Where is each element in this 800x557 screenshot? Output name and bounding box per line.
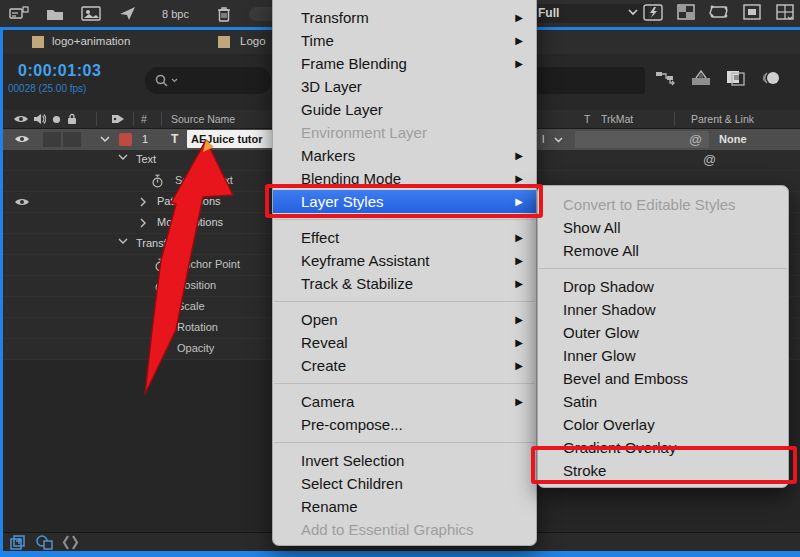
menu-item-transform[interactable]: Transform bbox=[273, 6, 536, 29]
eye-icon[interactable] bbox=[14, 197, 30, 207]
annotation-box-stroke bbox=[531, 446, 797, 484]
menu-separator bbox=[274, 383, 535, 384]
stopwatch-icon[interactable] bbox=[154, 279, 167, 293]
menu-item-3d-layer[interactable]: 3D Layer bbox=[273, 75, 536, 98]
menu-item-reveal[interactable]: Reveal bbox=[273, 331, 536, 354]
frame-blending-icon[interactable] bbox=[725, 68, 747, 88]
menu-item-camera[interactable]: Camera bbox=[273, 390, 536, 413]
comp-color-swatch bbox=[218, 36, 230, 48]
blend-mode-dropdown[interactable]: l bbox=[542, 133, 544, 145]
footage-icon[interactable] bbox=[80, 4, 102, 24]
menu-item-select-children[interactable]: Select Children bbox=[273, 472, 536, 495]
submenu-item-bevel-and-emboss[interactable]: Bevel and Emboss bbox=[538, 367, 788, 390]
chevron-down-icon[interactable] bbox=[118, 154, 128, 161]
submenu-item-drop-shadow[interactable]: Drop Shadow bbox=[538, 275, 788, 298]
submenu-item-color-overlay[interactable]: Color Overlay bbox=[538, 413, 788, 436]
layer-name-input[interactable]: AEJuice tutor bbox=[187, 130, 275, 148]
frame-info: 00028 (25.00 fps) bbox=[8, 83, 86, 94]
after-effects-window: 8 bpc Full logo+animation bbox=[0, 0, 800, 557]
current-timecode[interactable]: 0:00:01:03 bbox=[18, 62, 101, 80]
stopwatch-icon[interactable] bbox=[154, 321, 167, 335]
audio-column-icon[interactable] bbox=[33, 113, 46, 125]
stopwatch-icon[interactable] bbox=[151, 174, 164, 188]
fast-previews-icon[interactable] bbox=[642, 2, 664, 22]
parent-link-column[interactable]: Parent & Link bbox=[691, 113, 754, 125]
resolution-dropdown[interactable]: Full bbox=[520, 4, 648, 23]
stopwatch-icon[interactable] bbox=[154, 258, 167, 272]
menu-item-pre-compose[interactable]: Pre-compose... bbox=[273, 413, 536, 436]
layer-label-color[interactable] bbox=[119, 133, 132, 146]
chevron-down-icon[interactable] bbox=[118, 238, 128, 245]
search-icon bbox=[155, 74, 168, 87]
menu-item-open[interactable]: Open bbox=[273, 308, 536, 331]
chevron-down-icon bbox=[171, 78, 178, 83]
bit-depth-button[interactable]: 8 bpc bbox=[152, 8, 199, 20]
menu-item-invert-selection[interactable]: Invert Selection bbox=[273, 449, 536, 472]
text-layer-type-badge: T bbox=[171, 132, 178, 146]
menu-item-create[interactable]: Create bbox=[273, 354, 536, 377]
trash-icon[interactable] bbox=[213, 4, 235, 24]
submenu-item-remove-all[interactable]: Remove All bbox=[538, 239, 788, 262]
chevron-right-icon[interactable] bbox=[140, 197, 147, 207]
menu-item-effect[interactable]: Effect bbox=[273, 226, 536, 249]
panel-border-bottom bbox=[0, 551, 800, 557]
menu-item-keyframe-assistant[interactable]: Keyframe Assistant bbox=[273, 249, 536, 272]
motion-blur-icon[interactable] bbox=[760, 68, 782, 88]
stopwatch-icon[interactable] bbox=[154, 300, 167, 314]
lock-cell[interactable] bbox=[63, 132, 81, 147]
transfer-controls-icon[interactable] bbox=[36, 535, 54, 550]
menu-item-time[interactable]: Time bbox=[273, 29, 536, 52]
pickwhip-icon[interactable]: @ bbox=[703, 152, 716, 167]
folder-icon[interactable] bbox=[44, 4, 66, 24]
submenu-item-inner-glow[interactable]: Inner Glow bbox=[538, 344, 788, 367]
layer-number-column[interactable]: # bbox=[141, 113, 147, 125]
tab-logo[interactable]: Logo bbox=[240, 35, 266, 47]
timeline-search-input[interactable] bbox=[145, 67, 271, 94]
chevron-right-icon[interactable] bbox=[140, 218, 147, 228]
menu-item-guide-layer[interactable]: Guide Layer bbox=[273, 98, 536, 121]
layer-visibility-eye-icon[interactable] bbox=[14, 134, 30, 144]
chevron-down-icon[interactable] bbox=[554, 137, 563, 143]
label-column-icon[interactable] bbox=[111, 113, 125, 125]
menu-item-markers[interactable]: Markers bbox=[273, 144, 536, 167]
menu-item-environment-layer: Environment Layer bbox=[273, 121, 536, 144]
submenu-item-inner-shadow[interactable]: Inner Shadow bbox=[538, 298, 788, 321]
eye-column-icon[interactable] bbox=[13, 114, 29, 124]
lock-column-icon[interactable] bbox=[66, 113, 78, 125]
audio-cell[interactable] bbox=[43, 132, 61, 147]
menu-separator bbox=[539, 268, 787, 269]
parent-pickwhip-icon[interactable]: @ bbox=[689, 132, 702, 147]
layer-context-menu: Transform Time Frame Blending 3D Layer G… bbox=[272, 0, 537, 546]
menu-item-track-stabilize[interactable]: Track & Stabilize bbox=[273, 272, 536, 295]
project-flowchart-icon[interactable] bbox=[8, 4, 30, 24]
transparency-grid-icon[interactable] bbox=[675, 2, 697, 22]
solo-column-icon[interactable] bbox=[52, 115, 61, 124]
mask-icon[interactable] bbox=[708, 2, 730, 22]
source-name-column[interactable]: Source Name bbox=[171, 113, 235, 125]
grid-overlay-icon[interactable] bbox=[774, 2, 796, 22]
tab-logo-animation[interactable]: logo+animation bbox=[52, 35, 130, 47]
composition-mini-flowchart-icon[interactable] bbox=[655, 68, 677, 88]
menu-item-add-to-essential-graphics: Add to Essential Graphics bbox=[273, 518, 536, 541]
layer-expand-chevron-icon[interactable] bbox=[100, 136, 110, 143]
parent-dropdown[interactable]: None bbox=[719, 133, 747, 145]
comp-color-swatch bbox=[32, 36, 44, 48]
menu-separator bbox=[274, 219, 535, 220]
expand-layer-switches-icon[interactable] bbox=[10, 535, 27, 550]
submenu-item-show-all[interactable]: Show All bbox=[538, 216, 788, 239]
region-of-interest-icon[interactable] bbox=[741, 2, 763, 22]
timeline-toggle-icons bbox=[655, 68, 782, 88]
in-out-stretch-icon[interactable] bbox=[63, 535, 78, 550]
menu-item-rename[interactable]: Rename bbox=[273, 495, 536, 518]
layer-index: 1 bbox=[142, 133, 148, 145]
trkmat-t-column[interactable]: T bbox=[584, 113, 590, 125]
submenu-item-satin[interactable]: Satin bbox=[538, 390, 788, 413]
submenu-item-convert-to-editable-styles: Convert to Editable Styles bbox=[538, 193, 788, 216]
draft-3d-icon[interactable] bbox=[690, 68, 712, 88]
menu-item-frame-blending[interactable]: Frame Blending bbox=[273, 52, 536, 75]
stopwatch-icon[interactable] bbox=[154, 342, 167, 356]
trkmat-column[interactable]: TrkMat bbox=[601, 113, 633, 125]
menu-separator bbox=[274, 301, 535, 302]
submenu-item-outer-glow[interactable]: Outer Glow bbox=[538, 321, 788, 344]
send-icon[interactable] bbox=[116, 4, 138, 24]
